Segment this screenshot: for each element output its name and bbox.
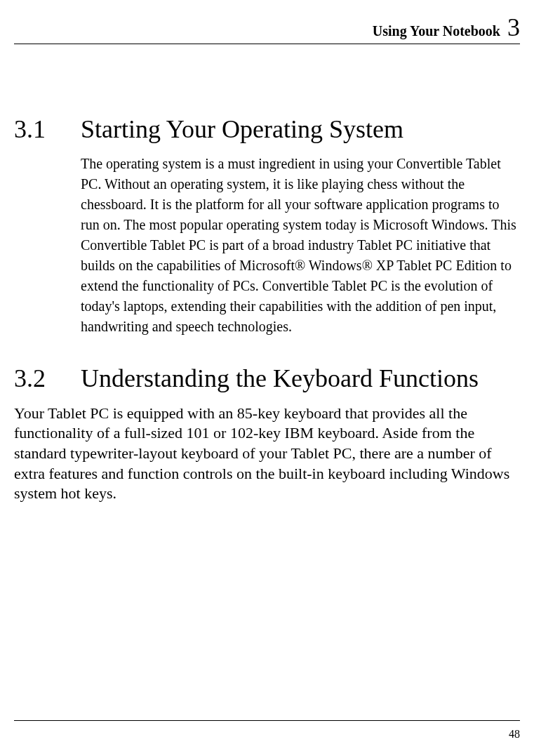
chapter-number: 3	[507, 13, 520, 41]
section-header: 3.1 Starting Your Operating System	[14, 114, 520, 144]
page-number: 48	[509, 728, 520, 740]
page-footer: 48	[14, 720, 520, 741]
section-body: The operating system is a must ingredien…	[81, 154, 520, 337]
section-3-2: 3.2 Understanding the Keyboard Functions…	[14, 364, 520, 503]
section-3-1: 3.1 Starting Your Operating System The o…	[14, 114, 520, 337]
section-number: 3.1	[14, 114, 81, 144]
page-header: Using Your Notebook 3	[14, 13, 520, 44]
section-header: 3.2 Understanding the Keyboard Functions	[14, 364, 520, 393]
section-number: 3.2	[14, 364, 81, 393]
section-body: Your Tablet PC is equipped with an 85-ke…	[14, 404, 520, 504]
header-title: Using Your Notebook	[373, 23, 500, 39]
section-title: Understanding the Keyboard Functions	[81, 364, 479, 393]
section-title: Starting Your Operating System	[81, 115, 403, 144]
